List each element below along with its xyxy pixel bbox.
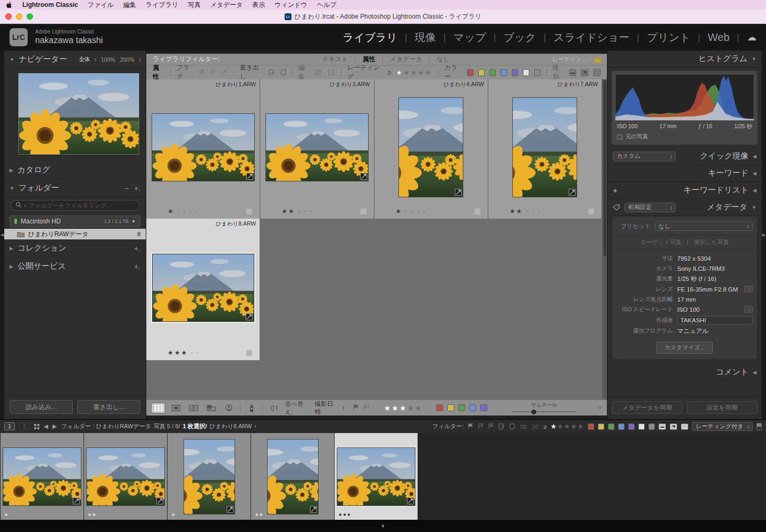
kind-video-icon[interactable]: ∷ [593, 69, 601, 76]
zoom-200-option[interactable]: 200% [120, 56, 135, 63]
toolbar-stars-empty[interactable]: ★★ [407, 404, 422, 412]
grid-shortcut-icon[interactable] [34, 424, 39, 429]
metadata-collapse-icon[interactable]: ▼ [752, 205, 756, 210]
fs-swatch-yellow[interactable] [598, 423, 604, 430]
grid-view-icon[interactable] [152, 403, 165, 413]
crop-badge-icon[interactable] [407, 497, 414, 504]
photo-thumbnail[interactable] [152, 113, 255, 181]
collections-collapse-icon[interactable]: ▶ [10, 246, 13, 251]
selected-photo-button[interactable]: 選択した写真 [694, 238, 729, 246]
people-view-icon[interactable] [222, 403, 236, 413]
fs-exported-icon[interactable] [498, 423, 505, 430]
crop-badge-icon[interactable] [246, 313, 253, 320]
filmstrip-item[interactable]: ★ [1, 433, 84, 520]
flag-rejected-icon[interactable] [221, 69, 228, 76]
grid-cell[interactable]: ひまわり3.ARW ★★ · · · [260, 79, 373, 219]
toolbar-swatch-yellow[interactable] [447, 404, 454, 411]
toolbar-flag-pick-icon[interactable] [353, 404, 359, 411]
cell-rating[interactable]: ★ · · · · [396, 207, 427, 215]
cell-rating[interactable]: ★★ · · · [510, 207, 542, 215]
flag-picked-icon[interactable] [199, 69, 205, 76]
fs-kind-master-icon[interactable]: ▬ [659, 423, 666, 430]
photo-thumbnail[interactable] [265, 113, 369, 181]
quick-develop-collapse-icon[interactable]: ◀ [753, 154, 756, 159]
collections-header[interactable]: ▶ コレクション +. [4, 239, 146, 257]
folders-header[interactable]: ▼ フォルダー − +. [4, 179, 146, 197]
filmstrip-item-selected[interactable]: ★★★ [335, 433, 418, 520]
fs-flag-unflagged-icon[interactable] [478, 423, 484, 429]
sort-toggle-icon[interactable]: ▴▾ [343, 406, 344, 410]
crop-badge-icon[interactable] [455, 189, 462, 196]
publish-collapse-icon[interactable]: ▶ [10, 264, 13, 269]
crop-badge-icon[interactable] [227, 506, 234, 513]
keywords-collapse-icon[interactable]: ◀ [753, 171, 756, 176]
volume-row[interactable]: Macintosh HD 1.2 / 2.1 TB ▼ [10, 215, 140, 227]
toolbar-swatch-red[interactable] [436, 404, 443, 411]
import-button[interactable]: 読み込み... [10, 400, 73, 414]
filmstrip-item[interactable]: ★★ [251, 433, 334, 520]
metadata-mode-dropdown[interactable]: 初期設定 ▴▾ [625, 203, 676, 212]
fs-swatch-red[interactable] [588, 423, 594, 430]
color-swatch-yellow[interactable] [478, 69, 485, 76]
folder-search-box[interactable]: ▾ [11, 200, 139, 211]
color-swatch-red[interactable] [467, 69, 473, 76]
catalog-collapse-icon[interactable]: ▶ [10, 168, 13, 173]
sync-settings-button[interactable]: 設定を同期 [687, 401, 757, 414]
filter-enable-switch[interactable] [756, 423, 762, 430]
original-photo-checkbox[interactable] [617, 135, 622, 139]
fs-swatch-green[interactable] [608, 423, 614, 430]
zoom-fit-stepper-icon[interactable]: ▴▾ [95, 57, 96, 62]
survey-view-icon[interactable] [205, 403, 218, 413]
fs-rating-operator[interactable]: ≥ [544, 423, 547, 430]
cell-rating[interactable]: ★★★ · · [168, 349, 200, 356]
menu-edit[interactable]: 編集 [123, 1, 136, 10]
folder-search-input[interactable] [29, 202, 135, 209]
menu-photo[interactable]: 写真 [188, 1, 201, 10]
folders-collapse-icon[interactable]: ▼ [10, 186, 14, 191]
color-swatch-white[interactable] [523, 69, 529, 76]
module-web[interactable]: Web [708, 31, 730, 44]
crop-badge-icon[interactable] [246, 173, 253, 180]
filter-preset-label[interactable]: レーティン… : [552, 55, 591, 63]
rotate-handle[interactable] [246, 350, 252, 356]
module-print[interactable]: プリント [647, 30, 690, 45]
add-keyword-button[interactable]: + [613, 186, 618, 195]
grid-cell-selected[interactable]: ひまわり8.ARW ★★★ · · [146, 219, 260, 360]
filmstrip-collapse-strip[interactable]: ▼ [0, 520, 766, 532]
fs-stars-filled[interactable]: ★ [551, 422, 557, 430]
cloud-sync-icon[interactable]: ☁ [747, 31, 756, 43]
creator-input[interactable]: TAKASHI [677, 316, 753, 325]
iso-filter-action-button[interactable]: → [744, 306, 753, 313]
kind-master-icon[interactable]: ▬ [569, 69, 577, 76]
fs-flag-rejected-icon[interactable] [488, 423, 494, 429]
grid-scrollbar[interactable] [602, 79, 607, 400]
crop-badge-icon[interactable] [156, 497, 163, 504]
fs-swatch-blue[interactable] [618, 423, 625, 430]
comments-collapse-icon[interactable]: ◀ [753, 370, 756, 375]
compare-view-icon[interactable]: XY [187, 403, 200, 413]
filter-tab-metadata[interactable]: メタデータ [386, 54, 427, 64]
sort-direction-icon[interactable]: AZ [267, 403, 280, 413]
fs-kind-virtual-icon[interactable]: ⬔ [670, 423, 677, 430]
navigator-header[interactable]: ▼ ナビゲーター 全体 ▴▾ 100% 200% ▴▾ [4, 51, 146, 69]
secondary-monitor-button[interactable]: 2 [19, 422, 30, 430]
menu-app-name[interactable]: Lightroom Classic [22, 1, 78, 9]
keyword-list-header[interactable]: + キーワードリスト ◀ [607, 182, 762, 199]
quick-develop-header[interactable]: カスタム ▴▾ クイック現像 ◀ [607, 148, 762, 165]
catalog-header[interactable]: ▶ カタログ [4, 161, 146, 179]
filmstrip-item[interactable]: ★ [168, 433, 251, 520]
module-book[interactable]: ブック [503, 30, 536, 45]
photo-thumbnail[interactable] [512, 97, 577, 197]
filmstrip-source-indicator[interactable]: フォルダー : ひまわりRAWデータ 写真 5 / 8/ 1 枚選択/ ひまわり… [61, 422, 256, 430]
go-back-icon[interactable]: ◀ [44, 423, 48, 430]
lens-filter-action-button[interactable]: → [744, 286, 753, 293]
grid-cell[interactable]: ひまわり1.ARW ★ · · · · [146, 79, 260, 219]
module-library[interactable]: ライブラリ [343, 30, 397, 45]
fs-swatch-white[interactable] [638, 423, 645, 430]
add-folder-button[interactable]: +. [134, 184, 140, 193]
edited-icon[interactable] [315, 69, 323, 76]
cell-rating[interactable]: ★★ · · · [281, 207, 313, 215]
toolbar-swatch-purple[interactable] [480, 404, 487, 411]
menu-view[interactable]: 表示 [252, 1, 265, 10]
crop-badge-icon[interactable] [569, 189, 576, 196]
